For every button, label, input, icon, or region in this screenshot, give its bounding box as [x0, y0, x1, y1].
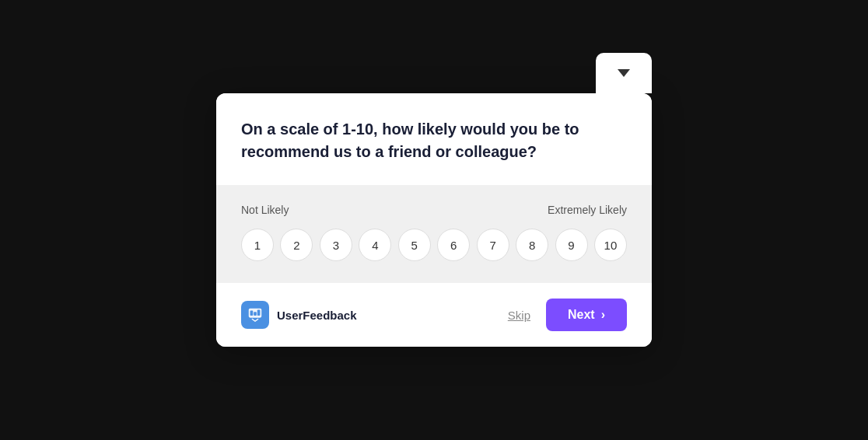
scale-numbers: 12345678910	[241, 229, 627, 261]
scale-btn-10[interactable]: 10	[594, 229, 627, 261]
scale-btn-5[interactable]: 5	[398, 229, 431, 261]
brand: UserFeedback	[241, 301, 357, 329]
question-text: On a scale of 1-10, how likely would you…	[241, 118, 627, 163]
scale-btn-2[interactable]: 2	[280, 229, 313, 261]
footer-actions: Skip Next ›	[508, 299, 627, 331]
skip-button[interactable]: Skip	[508, 309, 530, 322]
scale-btn-8[interactable]: 8	[516, 229, 548, 261]
chevron-right-icon: ›	[601, 308, 605, 322]
brand-icon	[247, 306, 264, 323]
question-section: On a scale of 1-10, how likely would you…	[216, 93, 652, 185]
chevron-down-icon	[618, 69, 630, 77]
scale-section: Not Likely Extremely Likely 12345678910	[216, 185, 652, 283]
svg-rect-2	[254, 312, 257, 316]
scale-btn-6[interactable]: 6	[437, 229, 470, 261]
footer-section: UserFeedback Skip Next ›	[216, 283, 652, 347]
brand-logo	[241, 301, 269, 329]
svg-rect-3	[257, 310, 261, 316]
survey-widget: On a scale of 1-10, how likely would you…	[216, 93, 652, 347]
scale-btn-3[interactable]: 3	[320, 229, 352, 261]
scale-btn-9[interactable]: 9	[555, 229, 588, 261]
next-label: Next	[568, 308, 595, 322]
scale-label-high: Extremely Likely	[548, 204, 627, 216]
widget-tab[interactable]	[596, 53, 652, 93]
scale-label-low: Not Likely	[241, 204, 289, 216]
brand-name: UserFeedback	[277, 309, 357, 322]
scale-btn-1[interactable]: 1	[241, 229, 274, 261]
scale-btn-4[interactable]: 4	[359, 229, 391, 261]
svg-rect-1	[250, 311, 254, 316]
next-button[interactable]: Next ›	[546, 299, 627, 331]
scale-btn-7[interactable]: 7	[477, 229, 509, 261]
scale-labels: Not Likely Extremely Likely	[241, 204, 627, 216]
